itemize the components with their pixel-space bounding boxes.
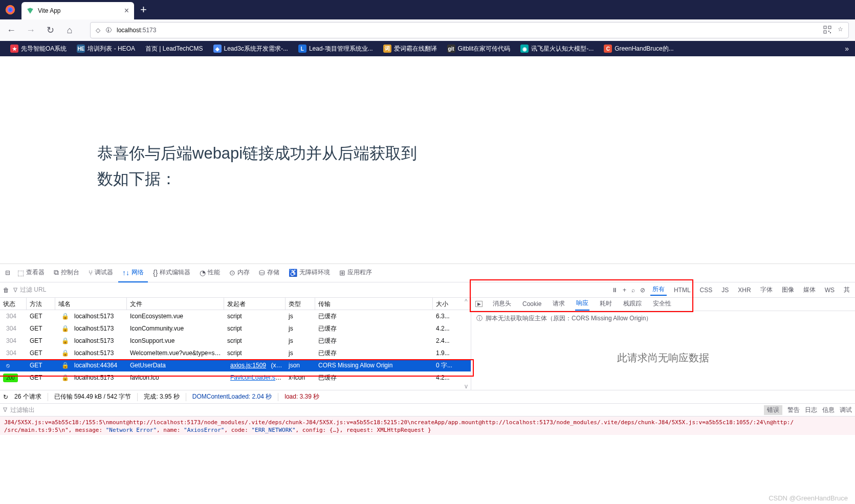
response-tab[interactable]: 请求 xyxy=(552,297,566,310)
funnel-icon[interactable]: ∇ xyxy=(3,406,7,413)
network-row[interactable]: 304GET🔒localhost:5173IconEcosystem.vuesc… xyxy=(0,310,471,322)
response-tab[interactable]: 安全性 xyxy=(652,297,672,310)
network-row[interactable]: 200GET🔒localhost:5173favicon.icoFaviconL… xyxy=(0,371,471,384)
funnel-icon: ∇ xyxy=(13,287,17,294)
filter-type[interactable]: JS xyxy=(719,286,731,295)
pause-icon[interactable]: ⏸ xyxy=(611,287,618,294)
bookmark-item[interactable]: gitGitblit在家可传代码 xyxy=(443,43,515,55)
browser-tab[interactable]: Vite App × xyxy=(21,2,134,19)
devtools-tab[interactable]: ⧉控制台 xyxy=(50,264,83,282)
bookmark-item[interactable]: LLead-项目管理系统业... xyxy=(294,43,377,55)
console-category[interactable]: 日志 xyxy=(805,406,817,414)
toolbar: ← → ↻ ⌂ ◇ 🛈 localhost:5173 ☆ xyxy=(0,19,855,41)
forward-icon[interactable]: → xyxy=(26,25,36,35)
devtools-tab[interactable]: ↑↓网络 xyxy=(118,264,148,282)
home-icon[interactable]: ⌂ xyxy=(64,25,75,35)
refresh-icon[interactable]: ↻ xyxy=(3,393,8,401)
devtools-tab[interactable]: ⑂调试器 xyxy=(84,264,117,282)
network-row[interactable]: 304GET🔒localhost:5173IconSupport.vuescri… xyxy=(0,335,471,347)
watermark: CSDN @GreenHandBruce xyxy=(769,494,848,502)
filter-type[interactable]: 其 xyxy=(842,284,852,295)
bookmarks-bar: ★先导智能OA系统HE培训列表 - HEOA首页 | LeadTechCMS◆L… xyxy=(0,41,855,56)
devtools-tabs: ⊟ ⬚查看器⧉控制台⑂调试器↑↓网络{}样式编辑器◔性能⊙内存⛁存储♿无障碍环境… xyxy=(0,264,855,282)
firefox-logo xyxy=(4,4,16,16)
bookmarks-overflow[interactable]: » xyxy=(845,45,849,53)
response-tab[interactable]: 栈跟踪 xyxy=(622,297,643,310)
lock-icon[interactable]: 🛈 xyxy=(105,27,112,34)
back-icon[interactable]: ← xyxy=(6,25,16,35)
devtools-tab[interactable]: ♿无障碍环境 xyxy=(284,264,334,282)
url-filter-input[interactable]: ∇ 过滤 URL xyxy=(13,286,46,294)
svg-rect-4 xyxy=(828,26,831,29)
network-row[interactable]: 304GET🔒localhost:5173IconCommunity.vuesc… xyxy=(0,322,471,335)
filter-type[interactable]: 所有 xyxy=(650,284,667,296)
network-table-header: 状态 方法 域名 文件 发起者 类型 传输 大小 xyxy=(0,298,471,310)
shield-icon[interactable]: ◇ xyxy=(96,27,100,34)
bookmark-item[interactable]: ◆Lead3c系统开发需求-... xyxy=(209,43,292,55)
bookmark-item[interactable]: ◉讯飞星火认知大模型-... xyxy=(516,43,598,55)
console-category[interactable]: 警告 xyxy=(787,406,800,414)
response-tabs: ▶ 消息头Cookie请求响应耗时栈跟踪安全性 xyxy=(471,297,855,311)
filter-type[interactable]: 图像 xyxy=(780,284,796,295)
filter-type[interactable]: 媒体 xyxy=(801,284,818,295)
network-filter-bar: 🗑 ∇ 过滤 URL ⏸ + ⌕ ⊘ 所有HTMLCSSJSXHR字体图像媒体W… xyxy=(0,282,855,298)
page-content: 恭喜你与后端webapi链接成功并从后端获取到数如下据： xyxy=(0,56,855,264)
response-tab[interactable]: 消息头 xyxy=(492,297,512,310)
url-text: localhost:5173 xyxy=(117,27,818,34)
devtools-close[interactable]: ⊟ xyxy=(3,264,12,282)
devtools: ⊟ ⬚查看器⧉控制台⑂调试器↑↓网络{}样式编辑器◔性能⊙内存⛁存储♿无障碍环境… xyxy=(0,264,855,504)
vite-icon xyxy=(27,7,34,14)
devtools-tab[interactable]: {}样式编辑器 xyxy=(149,264,194,282)
devtools-tab[interactable]: ⬚查看器 xyxy=(13,264,49,282)
response-tab[interactable]: 耗时 xyxy=(599,297,613,310)
network-footer: ↻ 26 个请求 已传输 594.49 kB / 542 字节 完成: 3.95… xyxy=(0,390,855,403)
block-icon[interactable]: ⊘ xyxy=(640,287,645,294)
bookmark-item[interactable]: 首页 | LeadTechCMS xyxy=(141,43,207,55)
add-icon[interactable]: + xyxy=(623,287,626,294)
filter-type[interactable]: XHR xyxy=(736,286,753,295)
response-tab[interactable]: 响应 xyxy=(575,297,589,311)
devtools-tab[interactable]: ⊞应用程序 xyxy=(335,264,376,282)
bookmark-item[interactable]: 词爱词霸在线翻译 xyxy=(379,43,441,55)
console-filter: ∇过滤输出 错误警告日志信息调试 xyxy=(0,403,855,417)
filter-type[interactable]: WS xyxy=(823,286,837,295)
filter-type[interactable]: HTML xyxy=(672,286,693,295)
url-bar[interactable]: ◇ 🛈 localhost:5173 ☆ xyxy=(90,22,849,38)
console-category[interactable]: 错误 xyxy=(764,405,782,415)
info-icon: ⓘ xyxy=(476,314,483,323)
titlebar: Vite App × + xyxy=(0,0,855,19)
network-row[interactable]: 304GET🔒localhost:5173WelcomeItem.vue?vue… xyxy=(0,347,471,359)
new-tab-button[interactable]: + xyxy=(140,3,147,16)
response-tab[interactable]: Cookie xyxy=(521,298,542,310)
response-body: 此请求尚无响应数据 xyxy=(471,326,855,390)
network-row[interactable]: ⦸GET🔒localhost:44364GetUserDataaxios.js:… xyxy=(0,359,471,371)
trash-icon[interactable]: 🗑 xyxy=(3,287,9,294)
close-icon[interactable]: × xyxy=(124,6,129,15)
reload-icon[interactable]: ↻ xyxy=(45,25,55,35)
tab-title: Vite App xyxy=(38,7,120,14)
devtools-tab[interactable]: ⊙内存 xyxy=(225,264,254,282)
svg-rect-6 xyxy=(828,31,829,32)
response-panel: ▶ 消息头Cookie请求响应耗时栈跟踪安全性 ⓘ 脚本无法获取响应主体（原因：… xyxy=(471,298,855,390)
console-output: J84/5X5X.js:v=a5b55c18:/155:5\nmount@htt… xyxy=(0,417,855,435)
bookmark-item[interactable]: ★先导智能OA系统 xyxy=(6,43,71,55)
svg-point-2 xyxy=(9,8,12,11)
qr-icon[interactable] xyxy=(823,26,831,35)
bookmark-item[interactable]: CGreenHandBruce的... xyxy=(600,43,677,55)
page-heading: 恭喜你与后端webapi链接成功并从后端获取到数如下据： xyxy=(97,141,855,191)
filter-type[interactable]: 字体 xyxy=(758,284,775,295)
response-notice: ⓘ 脚本无法获取响应主体（原因：CORS Missing Allow Origi… xyxy=(471,311,855,326)
panel-toggle-icon[interactable]: ▶ xyxy=(475,301,483,307)
svg-rect-3 xyxy=(824,26,826,29)
devtools-tab[interactable]: ◔性能 xyxy=(195,264,224,282)
devtools-tab[interactable]: ⛁存储 xyxy=(255,264,283,282)
network-table: 状态 方法 域名 文件 发起者 类型 传输 大小 304GET🔒localhos… xyxy=(0,298,471,390)
console-category[interactable]: 信息 xyxy=(822,406,835,414)
search-icon[interactable]: ⌕ xyxy=(631,287,635,294)
filter-type[interactable]: CSS xyxy=(698,286,715,295)
bookmark-item[interactable]: HE培训列表 - HEOA xyxy=(73,43,139,55)
console-category[interactable]: 调试 xyxy=(840,406,852,414)
bookmark-icon[interactable]: ☆ xyxy=(838,26,843,35)
svg-rect-5 xyxy=(824,31,826,33)
svg-rect-7 xyxy=(830,32,831,33)
